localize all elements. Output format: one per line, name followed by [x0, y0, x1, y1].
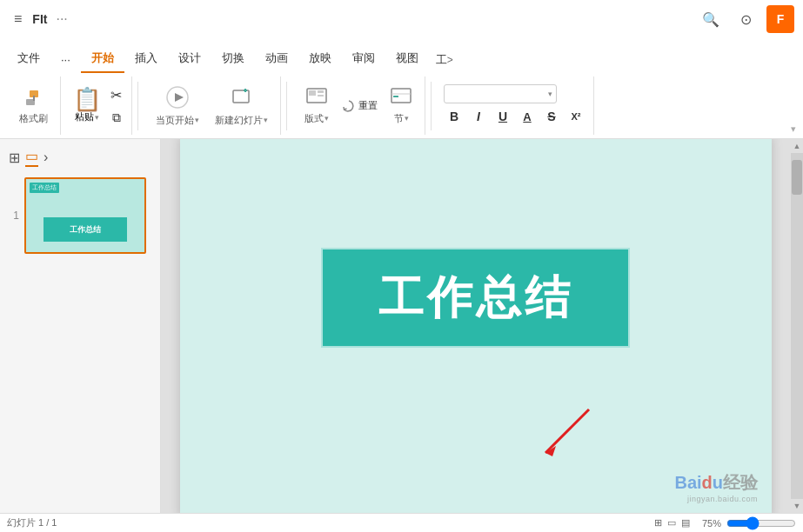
format-painter-icon [23, 87, 44, 110]
divider-3 [431, 82, 432, 130]
play-label: 当页开始 [156, 114, 194, 127]
format-painter-label: 格式刷 [19, 112, 48, 125]
title-bar-right: 🔍 ⊙ F [697, 5, 794, 33]
slide-canvas[interactable]: 工作总结 Baidu经验 jingyan.baidu.com [180, 139, 772, 513]
font-family-dropdown[interactable]: ▾ [444, 84, 557, 103]
slide-info: 幻灯片 1 / 1 [7, 516, 57, 529]
cut-button[interactable]: ✂ [108, 85, 124, 105]
format-painter-button[interactable]: 格式刷 [14, 83, 53, 129]
layout-group: 版式 ▾ 重置 节 ▾ [292, 76, 425, 135]
slide-thumbnail-1[interactable]: 工作总结 工作总结 [24, 177, 146, 254]
tab-home[interactable]: 开始 [81, 45, 124, 74]
section-label: 节 [394, 112, 404, 125]
outline-view-icon[interactable]: ▭ [667, 517, 676, 529]
layout-label: 版式 [304, 112, 324, 125]
scroll-down-arrow[interactable]: ▼ [791, 499, 803, 513]
divider-2 [286, 82, 287, 130]
panel-expand-icon[interactable]: › [43, 150, 48, 165]
account-button[interactable]: F [766, 5, 794, 33]
panel-header: ⊞ ▭ › [5, 146, 155, 169]
cut-icon: ✂ [110, 87, 122, 103]
app-title: FIt [32, 12, 47, 26]
panel-list-icon[interactable]: ▭ [25, 148, 38, 167]
thumbnail-content-box: 工作总结 [43, 217, 127, 242]
panel-grid-icon[interactable]: ⊞ [9, 150, 20, 166]
italic-button[interactable]: I [468, 106, 489, 127]
search-button[interactable]: 🔍 [697, 5, 725, 33]
tab-file[interactable]: 文件 [7, 45, 50, 74]
slide-title-box[interactable]: 工作总结 [321, 248, 630, 348]
watermark-logo: Baidu经验 [674, 471, 758, 495]
paste-icon: 📋 [73, 88, 101, 110]
copy-icon: ⧉ [112, 110, 121, 125]
title-dots[interactable]: ··· [52, 8, 70, 30]
status-right: ⊞ ▭ ▤ 75% [654, 517, 796, 529]
scroll-up-arrow[interactable]: ▲ [791, 139, 803, 153]
reset-button[interactable]: 重置 [338, 96, 381, 116]
layout-button[interactable]: 版式 ▾ [299, 83, 334, 129]
strikethrough-button[interactable]: S [541, 106, 562, 127]
new-slide-button[interactable]: 新建幻灯片 ▾ [210, 82, 273, 130]
more-menu-button[interactable]: ⊙ [732, 5, 760, 33]
play-dropdown-icon: ▾ [195, 116, 199, 124]
paste-button[interactable]: 📋 粘贴 ▾ [70, 86, 104, 125]
tab-transition[interactable]: 切换 [211, 45, 255, 74]
scroll-thumb[interactable] [792, 160, 802, 195]
reset-icon [341, 98, 357, 114]
ribbon-toolbar: 格式刷 📋 粘贴 ▾ ✂ ⧉ [0, 73, 803, 139]
copy-button[interactable]: ⧉ [108, 109, 124, 127]
tab-animation[interactable]: 动画 [255, 45, 298, 74]
tab-view[interactable]: 视图 [385, 45, 429, 74]
superscript-button[interactable]: X² [565, 106, 586, 127]
svg-rect-9 [309, 90, 316, 96]
zoom-slider[interactable] [726, 517, 796, 529]
tab-design[interactable]: 设计 [168, 45, 211, 74]
tab-dots[interactable]: ··· [50, 48, 81, 74]
bold-button[interactable]: B [444, 106, 465, 127]
svg-rect-2 [33, 96, 35, 101]
reset-label: 重置 [358, 99, 378, 112]
svg-rect-11 [318, 95, 324, 96]
slide-title-text: 工作总结 [378, 268, 573, 329]
svg-marker-4 [175, 93, 184, 102]
tab-review[interactable]: 审阅 [342, 45, 385, 74]
ribbon-tabs-row: 文件 ··· 开始 插入 设计 切换 动画 放映 审阅 视图 工 > [0, 38, 803, 73]
paste-dropdown-icon: ▾ [95, 113, 99, 122]
svg-rect-14 [393, 96, 398, 97]
zoom-level: 75% [702, 518, 721, 529]
divider-1 [137, 82, 138, 130]
font-family-arrow: ▾ [548, 90, 552, 98]
new-slide-icon [230, 85, 254, 112]
slide-group: 当页开始 ▾ 新建幻灯片 ▾ [144, 76, 281, 135]
font-format-row: B I U A S X² [444, 106, 586, 127]
play-icon [165, 85, 190, 112]
layout-icon [305, 87, 328, 110]
underline-button[interactable]: U [492, 106, 513, 127]
top-area: ≡ FIt ··· 🔍 ⊙ F 文件 ··· 开始 插入 设计 切换 动画 放映… [0, 0, 803, 73]
svg-rect-10 [318, 90, 324, 93]
tab-insert[interactable]: 插入 [124, 45, 168, 74]
right-scrollbar: ▲ ▼ [791, 139, 803, 513]
slide-row-1: 1 工作总结 工作总结 [5, 177, 155, 254]
section-button[interactable]: 节 ▾ [385, 83, 418, 129]
more-arrow-icon: > [447, 54, 453, 66]
watermark-url: jingyan.baidu.com [674, 495, 758, 503]
play-button[interactable]: 当页开始 ▾ [151, 82, 204, 130]
main-content: ⊞ ▭ › 1 工作总结 工作总结 工作总结 [0, 139, 803, 513]
menu-icon[interactable]: ≡ [9, 8, 27, 30]
toolbar-expand-arrow[interactable]: ▾ [791, 123, 796, 135]
font-group: ▾ B I U A S X² [437, 76, 594, 135]
thumbnail-title-1: 工作总结 [30, 183, 59, 193]
slide-sorter-icon[interactable]: ▤ [681, 517, 690, 529]
tab-slideshow[interactable]: 放映 [298, 45, 342, 74]
canvas-area: 工作总结 Baidu经验 jingyan.baidu.com [161, 139, 791, 513]
slide-number-1: 1 [5, 209, 19, 222]
status-bar: 幻灯片 1 / 1 ⊞ ▭ ▤ 75% [0, 513, 803, 532]
tab-tools[interactable]: 工 > [429, 47, 460, 73]
arrow-annotation [528, 401, 598, 474]
normal-view-icon[interactable]: ⊞ [654, 517, 662, 529]
scroll-track[interactable] [791, 153, 803, 499]
new-slide-dropdown-icon: ▾ [264, 116, 268, 124]
canvas-container: 工作总结 Baidu经验 jingyan.baidu.com [161, 139, 803, 513]
font-a-button[interactable]: A [517, 106, 538, 127]
